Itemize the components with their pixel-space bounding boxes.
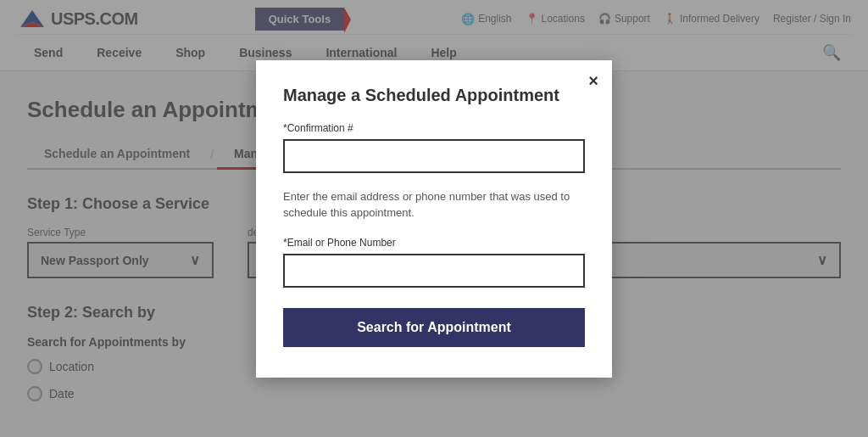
modal-title: Manage a Scheduled Appointment: [283, 86, 585, 105]
confirmation-label: *Confirmation #: [283, 122, 585, 134]
modal: × Manage a Scheduled Appointment *Confir…: [256, 60, 612, 378]
modal-overlay: × Manage a Scheduled Appointment *Confir…: [0, 0, 868, 427]
email-phone-input[interactable]: [283, 254, 585, 288]
modal-description: Enter the email address or phone number …: [283, 188, 585, 221]
confirmation-label-text: *Confirmation #: [283, 122, 353, 134]
search-appointment-button[interactable]: Search for Appointment: [283, 308, 585, 347]
modal-close-button[interactable]: ×: [588, 72, 598, 89]
confirmation-input[interactable]: [283, 139, 585, 173]
email-phone-label-text: *Email or Phone Number: [283, 237, 396, 249]
email-phone-label: *Email or Phone Number: [283, 237, 585, 249]
